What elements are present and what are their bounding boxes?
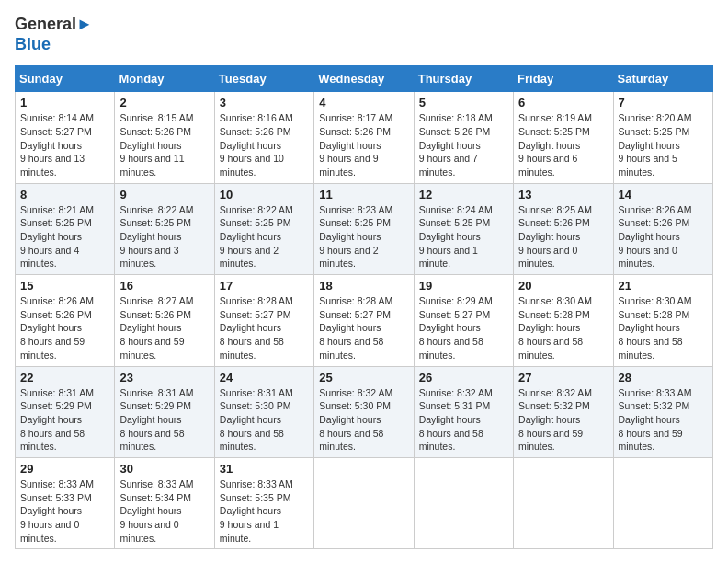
calendar-cell: 9 Sunrise: 8:22 AMSunset: 5:25 PMDayligh…	[115, 183, 214, 274]
day-number: 18	[319, 279, 408, 293]
calendar-cell: 6 Sunrise: 8:19 AMSunset: 5:25 PMDayligh…	[514, 92, 613, 183]
calendar-cell: 2 Sunrise: 8:15 AMSunset: 5:26 PMDayligh…	[115, 92, 214, 183]
calendar-cell: 28 Sunrise: 8:33 AMSunset: 5:32 PMDaylig…	[613, 366, 712, 457]
day-detail: Sunrise: 8:22 AMSunset: 5:25 PMDaylight …	[220, 204, 293, 270]
calendar-cell: 23 Sunrise: 8:31 AMSunset: 5:29 PMDaylig…	[115, 366, 214, 457]
day-detail: Sunrise: 8:20 AMSunset: 5:25 PMDaylight …	[619, 112, 692, 178]
calendar-cell: 15 Sunrise: 8:26 AMSunset: 5:26 PMDaylig…	[16, 275, 115, 366]
day-number: 4	[319, 96, 408, 109]
calendar-cell: 20 Sunrise: 8:30 AMSunset: 5:28 PMDaylig…	[514, 275, 613, 366]
day-number: 12	[419, 188, 508, 201]
calendar-cell	[314, 457, 414, 548]
weekday-header-sunday: Sunday	[16, 66, 115, 92]
day-number: 2	[119, 96, 209, 109]
weekday-header-wednesday: Wednesday	[314, 66, 414, 92]
day-detail: Sunrise: 8:27 AMSunset: 5:26 PMDaylight …	[119, 295, 193, 361]
day-number: 16	[119, 279, 209, 293]
calendar-cell: 12 Sunrise: 8:24 AMSunset: 5:25 PMDaylig…	[414, 183, 513, 274]
weekday-header-tuesday: Tuesday	[214, 66, 313, 92]
day-number: 23	[119, 371, 209, 385]
day-number: 15	[20, 279, 109, 293]
calendar-cell: 30 Sunrise: 8:33 AMSunset: 5:34 PMDaylig…	[115, 457, 214, 548]
calendar-cell: 21 Sunrise: 8:30 AMSunset: 5:28 PMDaylig…	[613, 275, 712, 366]
calendar-cell: 17 Sunrise: 8:28 AMSunset: 5:27 PMDaylig…	[214, 275, 313, 366]
calendar-cell: 13 Sunrise: 8:25 AMSunset: 5:26 PMDaylig…	[514, 183, 613, 274]
day-number: 22	[20, 371, 109, 385]
day-detail: Sunrise: 8:33 AMSunset: 5:35 PMDaylight …	[220, 478, 293, 544]
day-number: 24	[220, 371, 309, 385]
weekday-header-monday: Monday	[115, 66, 214, 92]
weekday-header-saturday: Saturday	[613, 66, 712, 92]
calendar-week-4: 22 Sunrise: 8:31 AMSunset: 5:29 PMDaylig…	[16, 366, 713, 457]
calendar-cell: 22 Sunrise: 8:31 AMSunset: 5:29 PMDaylig…	[16, 366, 115, 457]
day-number: 30	[119, 462, 209, 476]
day-detail: Sunrise: 8:30 AMSunset: 5:28 PMDaylight …	[619, 295, 692, 361]
day-detail: Sunrise: 8:33 AMSunset: 5:34 PMDaylight …	[119, 478, 193, 544]
day-detail: Sunrise: 8:28 AMSunset: 5:27 PMDaylight …	[319, 295, 392, 361]
day-detail: Sunrise: 8:17 AMSunset: 5:26 PMDaylight …	[319, 112, 392, 178]
day-detail: Sunrise: 8:32 AMSunset: 5:32 PMDaylight …	[518, 387, 592, 453]
day-number: 28	[619, 371, 708, 385]
logo-text: General► Blue	[15, 15, 93, 54]
day-detail: Sunrise: 8:28 AMSunset: 5:27 PMDaylight …	[220, 295, 293, 361]
day-detail: Sunrise: 8:31 AMSunset: 5:29 PMDaylight …	[20, 387, 94, 453]
calendar-cell	[613, 457, 712, 548]
calendar-cell: 16 Sunrise: 8:27 AMSunset: 5:26 PMDaylig…	[115, 275, 214, 366]
calendar-cell: 4 Sunrise: 8:17 AMSunset: 5:26 PMDayligh…	[314, 92, 414, 183]
day-number: 19	[419, 279, 508, 293]
logo: General► Blue	[15, 15, 93, 54]
calendar-cell: 18 Sunrise: 8:28 AMSunset: 5:27 PMDaylig…	[314, 275, 414, 366]
day-detail: Sunrise: 8:32 AMSunset: 5:31 PMDaylight …	[419, 387, 493, 453]
weekday-header-thursday: Thursday	[414, 66, 513, 92]
day-number: 17	[220, 279, 309, 293]
calendar-cell: 10 Sunrise: 8:22 AMSunset: 5:25 PMDaylig…	[214, 183, 313, 274]
calendar-cell	[514, 457, 613, 548]
day-detail: Sunrise: 8:31 AMSunset: 5:29 PMDaylight …	[119, 387, 193, 453]
calendar-cell: 11 Sunrise: 8:23 AMSunset: 5:25 PMDaylig…	[314, 183, 414, 274]
day-number: 7	[619, 96, 708, 109]
day-number: 13	[518, 188, 608, 201]
day-detail: Sunrise: 8:30 AMSunset: 5:28 PMDaylight …	[518, 295, 592, 361]
calendar-cell: 29 Sunrise: 8:33 AMSunset: 5:33 PMDaylig…	[16, 457, 115, 548]
day-detail: Sunrise: 8:15 AMSunset: 5:26 PMDaylight …	[119, 112, 193, 178]
day-number: 14	[619, 188, 708, 201]
day-detail: Sunrise: 8:26 AMSunset: 5:26 PMDaylight …	[619, 204, 692, 270]
day-detail: Sunrise: 8:32 AMSunset: 5:30 PMDaylight …	[319, 387, 392, 453]
calendar-cell: 25 Sunrise: 8:32 AMSunset: 5:30 PMDaylig…	[314, 366, 414, 457]
day-number: 11	[319, 188, 408, 201]
calendar-week-5: 29 Sunrise: 8:33 AMSunset: 5:33 PMDaylig…	[16, 457, 713, 548]
day-number: 20	[518, 279, 608, 293]
day-detail: Sunrise: 8:23 AMSunset: 5:25 PMDaylight …	[319, 204, 392, 270]
day-detail: Sunrise: 8:24 AMSunset: 5:25 PMDaylight …	[419, 204, 493, 270]
day-detail: Sunrise: 8:14 AMSunset: 5:27 PMDaylight …	[20, 112, 94, 178]
day-number: 21	[619, 279, 708, 293]
calendar-cell: 8 Sunrise: 8:21 AMSunset: 5:25 PMDayligh…	[16, 183, 115, 274]
calendar-cell: 14 Sunrise: 8:26 AMSunset: 5:26 PMDaylig…	[613, 183, 712, 274]
day-detail: Sunrise: 8:33 AMSunset: 5:33 PMDaylight …	[20, 478, 94, 544]
day-detail: Sunrise: 8:26 AMSunset: 5:26 PMDaylight …	[20, 295, 94, 361]
day-detail: Sunrise: 8:16 AMSunset: 5:26 PMDaylight …	[220, 112, 293, 178]
calendar-cell: 3 Sunrise: 8:16 AMSunset: 5:26 PMDayligh…	[214, 92, 313, 183]
day-detail: Sunrise: 8:21 AMSunset: 5:25 PMDaylight …	[20, 204, 94, 270]
day-number: 10	[220, 188, 309, 201]
day-number: 31	[220, 462, 309, 476]
day-number: 27	[518, 371, 608, 385]
day-detail: Sunrise: 8:22 AMSunset: 5:25 PMDaylight …	[119, 204, 193, 270]
calendar-cell: 19 Sunrise: 8:29 AMSunset: 5:27 PMDaylig…	[414, 275, 513, 366]
calendar-cell: 7 Sunrise: 8:20 AMSunset: 5:25 PMDayligh…	[613, 92, 712, 183]
day-detail: Sunrise: 8:33 AMSunset: 5:32 PMDaylight …	[619, 387, 692, 453]
calendar-cell: 1 Sunrise: 8:14 AMSunset: 5:27 PMDayligh…	[16, 92, 115, 183]
calendar-cell	[414, 457, 513, 548]
day-detail: Sunrise: 8:18 AMSunset: 5:26 PMDaylight …	[419, 112, 493, 178]
day-detail: Sunrise: 8:31 AMSunset: 5:30 PMDaylight …	[220, 387, 293, 453]
day-number: 8	[20, 188, 109, 201]
day-number: 6	[518, 96, 608, 109]
day-number: 3	[220, 96, 309, 109]
day-number: 1	[20, 96, 109, 109]
weekday-header-friday: Friday	[514, 66, 613, 92]
calendar-week-1: 1 Sunrise: 8:14 AMSunset: 5:27 PMDayligh…	[16, 92, 713, 183]
day-detail: Sunrise: 8:19 AMSunset: 5:25 PMDaylight …	[518, 112, 592, 178]
calendar-cell: 31 Sunrise: 8:33 AMSunset: 5:35 PMDaylig…	[214, 457, 313, 548]
calendar-cell: 5 Sunrise: 8:18 AMSunset: 5:26 PMDayligh…	[414, 92, 513, 183]
day-number: 29	[20, 462, 109, 476]
